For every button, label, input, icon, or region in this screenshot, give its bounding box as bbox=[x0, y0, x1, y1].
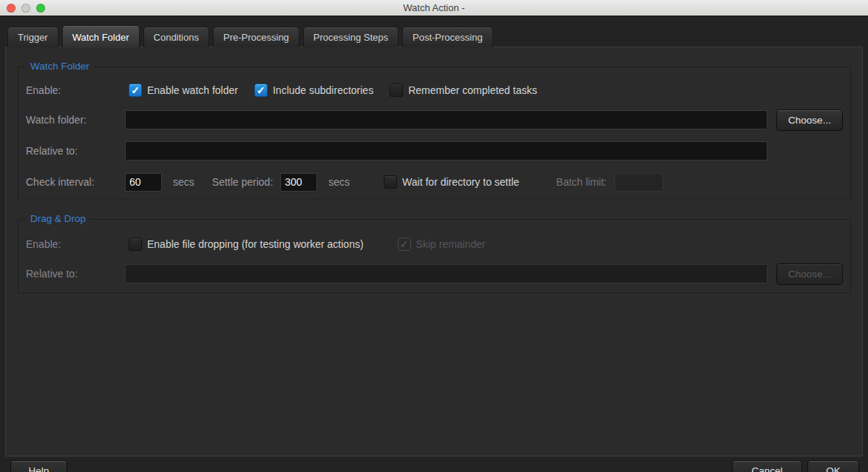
skip-remainder-checkbox: ✓ bbox=[398, 237, 411, 251]
tab-trigger[interactable]: Trigger bbox=[7, 27, 58, 47]
watch-folder-group-title: Watch Folder bbox=[26, 61, 94, 72]
relative-to-row: Relative to: bbox=[26, 140, 843, 162]
check-interval-input[interactable] bbox=[125, 173, 162, 192]
traffic-lights bbox=[7, 4, 45, 13]
skip-remainder-label: Skip remainder bbox=[416, 238, 486, 250]
help-button[interactable]: Help bbox=[10, 460, 67, 472]
minimize-window-icon[interactable] bbox=[21, 4, 30, 13]
zoom-window-icon[interactable] bbox=[36, 4, 45, 13]
enable-file-dropping-checkbox[interactable]: ✓ bbox=[129, 237, 142, 251]
watch-folder-input[interactable] bbox=[125, 110, 767, 129]
titlebar: Watch Action - bbox=[0, 0, 868, 16]
watch-folder-row: Watch folder: Choose... bbox=[26, 109, 843, 131]
drag-relative-to-row: Relative to: Choose... bbox=[26, 263, 843, 285]
batch-limit-label: Batch limit: bbox=[556, 176, 606, 188]
drag-drop-group: Drag & Drop Enable: ✓ Enable file droppi… bbox=[18, 219, 851, 294]
watch-folder-group: Watch Folder Enable: ✓ Enable watch fold… bbox=[18, 67, 851, 200]
relative-to-input[interactable] bbox=[125, 141, 767, 161]
drag-drop-group-title: Drag & Drop bbox=[26, 213, 90, 224]
tab-strip: Trigger Watch Folder Conditions Pre-Proc… bbox=[7, 27, 493, 47]
enable-watch-folder-label: Enable watch folder bbox=[147, 84, 238, 96]
include-subdirectories-checkbox[interactable]: ✓ bbox=[254, 84, 268, 97]
wait-for-settle-checkbox[interactable]: ✓ bbox=[384, 175, 397, 189]
include-subdirectories-label: Include subdirectories bbox=[273, 84, 373, 96]
tab-pre-processing[interactable]: Pre-Processing bbox=[213, 27, 299, 47]
watch-folder-label: Watch folder: bbox=[26, 114, 125, 126]
enable-file-dropping-label: Enable file dropping (for testing worker… bbox=[147, 238, 364, 250]
check-interval-unit: secs bbox=[173, 176, 194, 188]
enable-row: Enable: ✓ Enable watch folder ✓ Include … bbox=[26, 79, 843, 101]
relative-to-label: Relative to: bbox=[26, 145, 125, 157]
wait-for-settle-label: Wait for directory to settle bbox=[402, 176, 519, 188]
enable-watch-folder-checkbox[interactable]: ✓ bbox=[129, 84, 142, 97]
drag-enable-row: Enable: ✓ Enable file dropping (for test… bbox=[26, 233, 843, 255]
remember-completed-tasks-checkbox[interactable]: ✓ bbox=[390, 84, 403, 97]
settle-period-label: Settle period: bbox=[212, 176, 274, 188]
drag-relative-to-label: Relative to: bbox=[26, 268, 125, 280]
tab-processing-steps[interactable]: Processing Steps bbox=[303, 27, 399, 47]
batch-limit-input[interactable] bbox=[614, 173, 663, 192]
tab-post-processing[interactable]: Post-Processing bbox=[402, 27, 493, 47]
settle-period-unit: secs bbox=[328, 176, 350, 188]
check-interval-row: Check interval: secs Settle period: secs… bbox=[26, 171, 843, 193]
settle-period-input[interactable] bbox=[280, 173, 317, 192]
drag-relative-to-input bbox=[125, 264, 767, 283]
enable-label: Enable: bbox=[26, 84, 125, 96]
drag-choose-button: Choose... bbox=[776, 263, 843, 285]
watch-folder-choose-button[interactable]: Choose... bbox=[776, 109, 843, 131]
close-window-icon[interactable] bbox=[7, 4, 16, 13]
drag-enable-label: Enable: bbox=[26, 238, 125, 250]
tab-watch-folder[interactable]: Watch Folder bbox=[62, 25, 140, 48]
cancel-button[interactable]: Cancel bbox=[732, 460, 802, 472]
check-interval-label: Check interval: bbox=[26, 176, 125, 188]
tab-conditions[interactable]: Conditions bbox=[143, 27, 209, 47]
ok-button[interactable]: OK bbox=[807, 460, 859, 472]
window-title: Watch Action - bbox=[0, 0, 868, 16]
watch-folder-tab-panel: Watch Folder Enable: ✓ Enable watch fold… bbox=[5, 47, 863, 456]
remember-completed-tasks-label: Remember completed tasks bbox=[408, 84, 537, 96]
